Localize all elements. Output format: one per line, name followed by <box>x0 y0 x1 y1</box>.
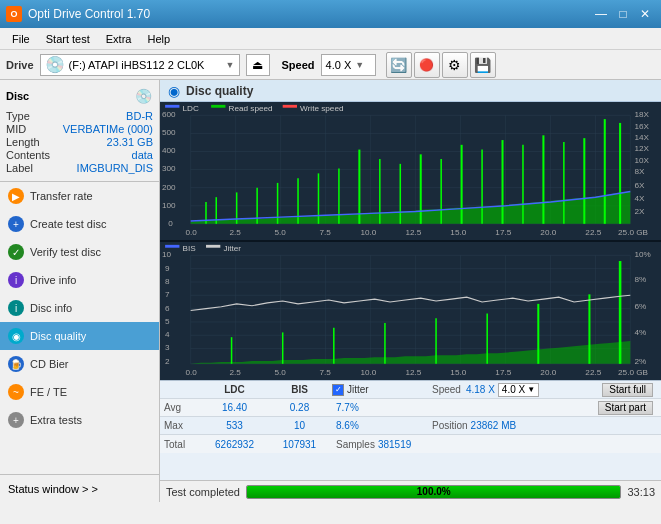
quality-icon: ◉ <box>168 83 180 99</box>
svg-text:0: 0 <box>168 219 173 228</box>
disc-icon[interactable]: 💿 <box>133 86 153 106</box>
svg-text:20.0: 20.0 <box>540 228 557 237</box>
progress-track: 100.0% <box>246 485 621 499</box>
max-label: Max <box>164 420 202 431</box>
svg-text:400: 400 <box>162 147 176 156</box>
quality-header: ◉ Disc quality <box>160 80 661 102</box>
svg-text:5: 5 <box>165 317 170 326</box>
avg-label: Avg <box>164 402 202 413</box>
position-value: 23862 MB <box>471 420 517 431</box>
svg-text:18X: 18X <box>634 110 649 119</box>
menu-extra[interactable]: Extra <box>98 31 140 47</box>
svg-text:5.0: 5.0 <box>275 368 287 377</box>
mid-value: VERBATIMe (000) <box>63 123 153 135</box>
max-jitter: 8.6% <box>332 420 432 431</box>
svg-text:500: 500 <box>162 129 176 138</box>
svg-rect-78 <box>206 245 220 248</box>
maximize-button[interactable]: □ <box>613 5 633 23</box>
svg-rect-5 <box>283 105 297 108</box>
menu-start-test[interactable]: Start test <box>38 31 98 47</box>
label-value: IMGBURN_DIS <box>77 162 153 174</box>
nav-fe-te-label: FE / TE <box>30 386 67 398</box>
cd-bier-icon: 🍺 <box>8 356 24 372</box>
disc-info-icon: i <box>8 300 24 316</box>
disc-title: Disc <box>6 90 29 102</box>
svg-text:25.0 GB: 25.0 GB <box>618 228 648 237</box>
save-button[interactable]: 💾 <box>470 52 496 78</box>
burn-button[interactable]: 🔴 <box>414 52 440 78</box>
svg-rect-76 <box>165 245 179 248</box>
speed-target-selector[interactable]: 4.0 X ▼ <box>498 383 539 397</box>
svg-text:600: 600 <box>162 110 176 119</box>
type-label: Type <box>6 110 30 122</box>
svg-text:LDC: LDC <box>182 104 199 113</box>
upper-chart: LDC Read speed Write speed <box>160 102 661 240</box>
drive-bar: Drive 💿 (F:) ATAPI iHBS112 2 CL0K ▼ ⏏ Sp… <box>0 50 661 80</box>
nav-disc-info-label: Disc info <box>30 302 72 314</box>
nav-verify-test-disc[interactable]: ✓ Verify test disc <box>0 238 159 266</box>
svg-text:12.5: 12.5 <box>405 228 422 237</box>
extra-tests-icon: + <box>8 412 24 428</box>
svg-text:12.5: 12.5 <box>405 368 422 377</box>
svg-text:8%: 8% <box>634 275 646 284</box>
svg-text:2: 2 <box>165 357 170 366</box>
nav-cd-bier[interactable]: 🍺 CD Bier <box>0 350 159 378</box>
nav-drive-info[interactable]: i Drive info <box>0 266 159 294</box>
nav-cd-bier-label: CD Bier <box>30 358 69 370</box>
nav-extra-tests[interactable]: + Extra tests <box>0 406 159 434</box>
svg-text:25.0 GB: 25.0 GB <box>618 368 648 377</box>
length-value: 23.31 GB <box>107 136 153 148</box>
svg-rect-1 <box>165 105 179 108</box>
svg-text:17.5: 17.5 <box>495 368 512 377</box>
disc-disc-label-row: Label IMGBURN_DIS <box>6 162 153 174</box>
menu-file[interactable]: File <box>4 31 38 47</box>
status-window-button[interactable]: Status window > > <box>0 474 159 502</box>
right-panel: ◉ Disc quality LDC Read speed Write spee… <box>160 80 661 502</box>
nav-disc-info[interactable]: i Disc info <box>0 294 159 322</box>
svg-text:10%: 10% <box>634 250 650 259</box>
svg-text:2.5: 2.5 <box>230 368 242 377</box>
refresh-button[interactable]: 🔄 <box>386 52 412 78</box>
drive-eject-button[interactable]: ⏏ <box>246 54 270 76</box>
svg-text:17.5: 17.5 <box>495 228 512 237</box>
ldc-header: LDC <box>202 384 267 395</box>
menu-help[interactable]: Help <box>139 31 178 47</box>
max-bis: 10 <box>267 420 332 431</box>
nav-fe-te[interactable]: ~ FE / TE <box>0 378 159 406</box>
max-ldc: 533 <box>202 420 267 431</box>
progress-bar-container: Test completed 100.0% 33:13 <box>160 480 661 502</box>
nav-transfer-rate[interactable]: ▶ Transfer rate <box>0 182 159 210</box>
total-ldc: 6262932 <box>202 439 267 450</box>
status-text: Test completed <box>166 486 240 498</box>
avg-speed-value: 4.18 X <box>466 384 495 395</box>
close-button[interactable]: ✕ <box>635 5 655 23</box>
nav-disc-quality[interactable]: ◉ Disc quality <box>0 322 159 350</box>
menu-bar: File Start test Extra Help <box>0 28 661 50</box>
nav-create-test-disc[interactable]: + Create test disc <box>0 210 159 238</box>
svg-text:5.0: 5.0 <box>275 228 287 237</box>
avg-ldc: 16.40 <box>202 402 267 413</box>
svg-text:22.5: 22.5 <box>585 228 602 237</box>
settings-button[interactable]: ⚙ <box>442 52 468 78</box>
svg-text:12X: 12X <box>634 145 649 154</box>
svg-text:8X: 8X <box>634 168 645 177</box>
start-full-button[interactable]: Start full <box>602 383 653 397</box>
svg-text:200: 200 <box>162 183 176 192</box>
bis-header: BIS <box>267 384 332 395</box>
svg-text:100: 100 <box>162 201 176 210</box>
drive-selector[interactable]: 💿 (F:) ATAPI iHBS112 2 CL0K ▼ <box>40 54 240 76</box>
svg-rect-3 <box>211 105 225 108</box>
svg-text:10X: 10X <box>634 156 649 165</box>
svg-text:22.5: 22.5 <box>585 368 602 377</box>
jitter-checkbox[interactable]: ✓ <box>332 384 344 396</box>
start-part-button[interactable]: Start part <box>598 401 653 415</box>
create-test-disc-icon: + <box>8 216 24 232</box>
type-value: BD-R <box>126 110 153 122</box>
samples-value: 381519 <box>378 439 411 450</box>
speed-selector[interactable]: 4.0 X ▼ <box>321 54 376 76</box>
minimize-button[interactable]: — <box>591 5 611 23</box>
svg-text:15.0: 15.0 <box>450 368 467 377</box>
nav-transfer-rate-label: Transfer rate <box>30 190 93 202</box>
svg-text:0.0: 0.0 <box>186 368 198 377</box>
svg-text:Read speed: Read speed <box>229 104 273 113</box>
